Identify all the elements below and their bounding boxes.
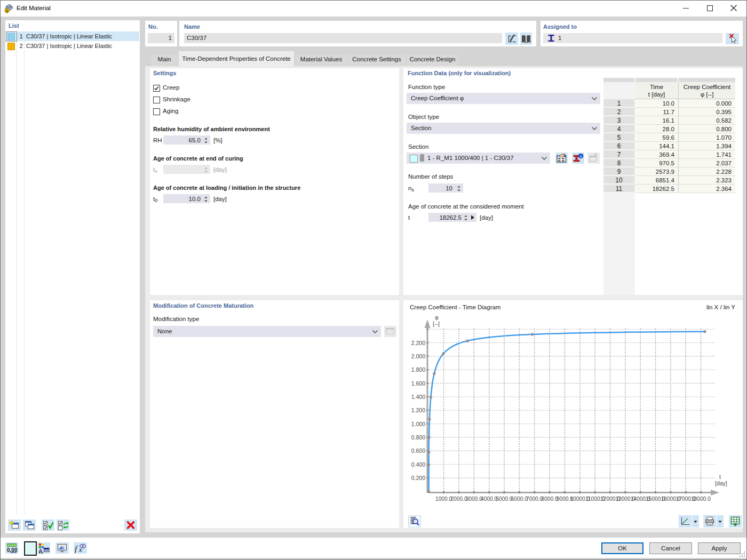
svg-text:1.200: 1.200	[411, 407, 425, 413]
svg-text:[--]: [--]	[433, 321, 440, 327]
svg-text:0.800: 0.800	[411, 434, 425, 441]
svg-text:[day]: [day]	[715, 480, 727, 486]
svg-text:0,00: 0,00	[7, 547, 18, 553]
svg-text:2.200: 2.200	[411, 340, 425, 346]
svg-text:0.400: 0.400	[411, 461, 425, 468]
svg-text:0.200: 0.200	[411, 475, 425, 481]
svg-text:A: A	[39, 548, 43, 554]
svg-text:1.800: 1.800	[411, 366, 425, 373]
svg-text:0.600: 0.600	[411, 447, 425, 454]
svg-text:3000.0: 3000.0	[466, 496, 482, 502]
svg-text:2000.0: 2000.0	[450, 496, 467, 502]
svg-text:4000.0: 4000.0	[481, 496, 497, 502]
svg-text:1.600: 1.600	[411, 380, 425, 387]
svg-text:t: t	[719, 474, 721, 480]
svg-text:6: 6	[6, 9, 8, 13]
svg-text:1.000: 1.000	[411, 421, 425, 427]
svg-text:8000.0: 8000.0	[542, 496, 558, 502]
svg-text:5000.0: 5000.0	[496, 496, 512, 502]
svg-text:φ: φ	[435, 314, 439, 321]
svg-text:1.400: 1.400	[411, 394, 425, 400]
svg-text:1000.0: 1000.0	[435, 496, 452, 502]
svg-text:f: f	[75, 545, 78, 553]
svg-text:18000.0: 18000.0	[691, 496, 711, 502]
svg-text:7000.0: 7000.0	[526, 496, 543, 502]
svg-text:2.000: 2.000	[411, 353, 425, 359]
svg-text:6000.0: 6000.0	[511, 496, 528, 502]
